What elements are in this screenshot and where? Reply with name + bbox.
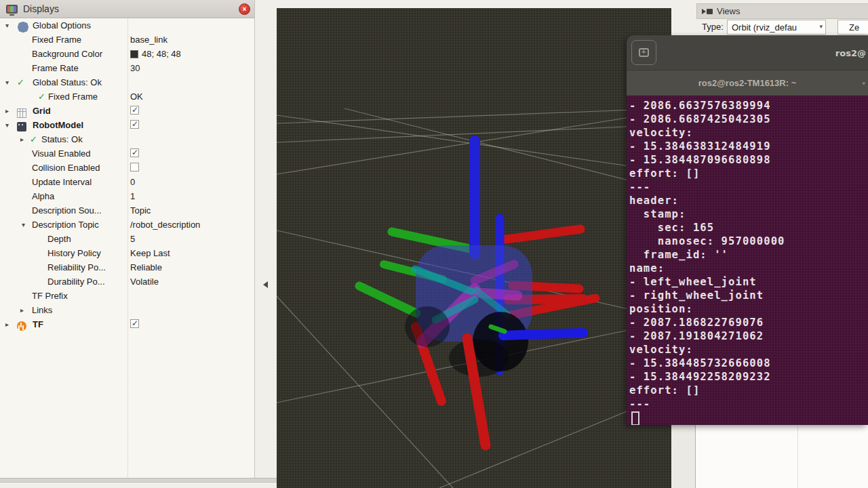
- displays-panel-title: Displays: [23, 3, 59, 14]
- view-type-label: Type:: [702, 22, 724, 32]
- property-value: base_link: [130, 35, 167, 45]
- grid-icon: [17, 108, 26, 118]
- view-type-value: Orbit (rviz_defau: [732, 22, 797, 33]
- 3d-viewport[interactable]: [277, 8, 671, 488]
- checkbox[interactable]: [130, 120, 139, 129]
- property-value: 48; 48; 48: [130, 49, 181, 59]
- terminal-line: effort: []: [629, 384, 868, 397]
- terminal-line: - 2086.6687425042305: [629, 113, 868, 126]
- check-icon: ✓: [17, 78, 26, 87]
- property-value: /robot_description: [130, 220, 200, 230]
- property-value: 0: [130, 177, 135, 187]
- views-panel-titlebar[interactable]: Views: [696, 3, 868, 19]
- property-value: 1: [130, 191, 135, 201]
- property-value: Keep Last: [130, 248, 170, 258]
- panel-collapse-arrow-icon[interactable]: [263, 281, 268, 288]
- terminal-line: - 15.384492258209232: [629, 370, 868, 384]
- camera-icon: [702, 9, 713, 14]
- check-icon: ✓: [38, 92, 47, 102]
- property-label: Frame Rate: [32, 63, 79, 73]
- horizontal-splitter[interactable]: [0, 478, 277, 483]
- terminal-window[interactable]: ros2@ ros2@ros2-TM1613R: ~ ▾ - 2086.6637…: [627, 35, 868, 425]
- color-swatch: [130, 50, 138, 58]
- expand-arrow-icon[interactable]: ▸: [20, 135, 24, 144]
- checkbox[interactable]: [130, 148, 139, 157]
- property-value: [130, 106, 139, 115]
- expand-arrow-icon[interactable]: ▸: [20, 306, 24, 315]
- property-label: TF: [33, 319, 43, 329]
- terminal-line: position:: [629, 302, 868, 316]
- checkbox[interactable]: [130, 163, 139, 171]
- terminal-line: name:: [629, 262, 868, 275]
- checkbox[interactable]: [130, 106, 139, 115]
- property-label: Visual Enabled: [32, 148, 91, 159]
- view-type-dropdown[interactable]: Orbit (rviz_defau ▾: [727, 20, 826, 35]
- property-label: Fixed Frame: [32, 35, 81, 45]
- displays-panel: Displays × ▾Global OptionsFixed Framebas…: [0, 0, 255, 478]
- property-column-divider[interactable]: [127, 19, 128, 477]
- property-value: [130, 120, 139, 129]
- property-label: Description Sou...: [32, 205, 102, 216]
- terminal-line: - 15.384638312484919: [629, 140, 868, 153]
- collapse-arrow-icon[interactable]: ▾: [5, 121, 9, 130]
- terminal-line: ---: [629, 180, 868, 194]
- property-value: [130, 319, 139, 328]
- property-label: Fixed Frame: [48, 92, 98, 102]
- collapse-arrow-icon[interactable]: ▾: [22, 220, 25, 230]
- property-value: Volatile: [130, 277, 159, 287]
- zero-button[interactable]: Ze: [837, 20, 868, 35]
- terminal-line: sec: 165: [629, 221, 868, 235]
- terminal-tab-bar[interactable]: ros2@ros2-TM1613R: ~ ▾: [627, 70, 868, 96]
- views-panel-title: Views: [717, 6, 740, 16]
- property-label: Reliability Po...: [47, 262, 106, 272]
- terminal-line: - 15.384487096680898: [629, 153, 868, 167]
- property-label: Description Topic: [32, 220, 99, 230]
- terminal-tab-label[interactable]: ros2@ros2-TM1613R: ~: [698, 78, 797, 88]
- terminal-content[interactable]: - 2086.6637576389994- 2086.6687425042305…: [627, 96, 868, 425]
- property-value: [130, 148, 139, 157]
- displays-panel-titlebar[interactable]: Displays ×: [0, 0, 254, 18]
- property-label: Collision Enabled: [32, 163, 100, 173]
- gear-icon: [18, 22, 28, 32]
- terminal-line: frame_id: '': [629, 248, 868, 262]
- terminal-line: - 2087.186822769076: [629, 316, 868, 329]
- property-value: Topic: [130, 205, 151, 216]
- property-label: Alpha: [32, 191, 54, 201]
- chevron-down-icon[interactable]: ▾: [862, 80, 865, 87]
- displays-monitor-icon: [6, 5, 18, 14]
- views-type-row: Type: Orbit (rviz_defau ▾ Ze: [671, 19, 868, 35]
- close-icon[interactable]: ×: [239, 3, 250, 15]
- expand-arrow-icon[interactable]: ▸: [5, 106, 9, 116]
- property-label: Status: Ok: [41, 134, 83, 144]
- terminal-line: - 15.384485732666008: [629, 357, 868, 370]
- chevron-down-icon: ▾: [819, 23, 823, 30]
- terminal-titlebar[interactable]: ros2@: [627, 35, 868, 70]
- views-list[interactable]: [695, 425, 868, 488]
- property-value: Reliable: [130, 262, 162, 272]
- terminal-line: ---: [629, 397, 868, 411]
- robot-scene: [277, 8, 671, 488]
- property-value: [130, 163, 139, 171]
- collapse-arrow-icon[interactable]: ▾: [5, 78, 9, 87]
- terminal-line: velocity:: [629, 343, 868, 357]
- terminal-line: velocity:: [629, 126, 868, 140]
- property-label: History Policy: [47, 248, 101, 258]
- tf-icon: [17, 321, 26, 331]
- terminal-line: nanosec: 957000000: [629, 235, 868, 248]
- new-tab-button[interactable]: [631, 40, 656, 65]
- expand-arrow-icon[interactable]: ▸: [5, 320, 9, 329]
- terminal-cursor: [631, 411, 639, 425]
- terminal-line: - left_wheel_joint: [629, 275, 868, 289]
- property-label: Update Interval: [32, 177, 92, 187]
- property-label: Background Color: [32, 49, 102, 59]
- rviz-window: Displays × ▾Global OptionsFixed Framebas…: [0, 0, 868, 488]
- robot-icon: [17, 122, 26, 131]
- checkbox[interactable]: [130, 319, 139, 328]
- property-label: RobotModel: [33, 120, 83, 130]
- views-list-column-divider: [797, 426, 798, 488]
- collapse-arrow-icon[interactable]: ▾: [5, 21, 9, 30]
- property-value: OK: [130, 92, 143, 102]
- property-label: Global Options: [33, 20, 91, 30]
- property-label: TF Prefix: [32, 291, 68, 301]
- terminal-line: - 2087.191804271062: [629, 329, 868, 343]
